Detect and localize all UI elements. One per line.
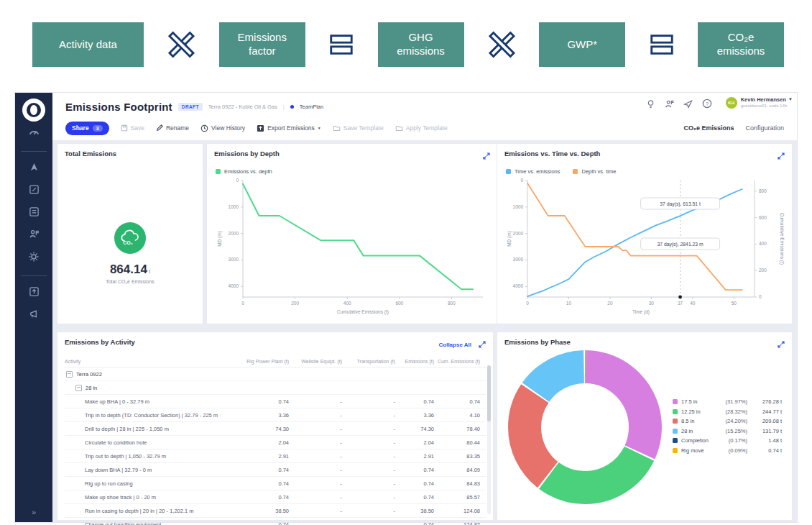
legend-label: Emissions vs. depth xyxy=(224,168,272,175)
svg-text:?: ? xyxy=(706,101,709,107)
cell-value: 0.74 xyxy=(236,521,289,525)
tick-label: 400 xyxy=(343,301,351,306)
table-row[interactable]: Circulate to condition hole2.04--2.0480.… xyxy=(65,436,486,449)
announcements-megaphone-icon[interactable] xyxy=(29,309,40,322)
series-emissions-vs-depth xyxy=(243,184,473,289)
apply-template-button[interactable]: Apply Template xyxy=(395,124,448,132)
cell-value: 84.09 xyxy=(434,467,486,473)
donut-legend-item[interactable]: 28 in(15.25%)131.79 t xyxy=(673,428,782,434)
tick-label: 200 xyxy=(291,301,299,306)
formula-box-emissions-factor: Emissions factor xyxy=(219,22,305,67)
legend-percent: (0.17%) xyxy=(716,437,747,444)
scrollbar-thumb[interactable] xyxy=(487,365,491,421)
export-emissions-button[interactable]: Export Emissions ▼ xyxy=(257,124,321,132)
emissions-by-phase-card: Emissions by Phase 17.5 in(31.97%)276.28… xyxy=(497,332,793,521)
view-history-button[interactable]: View History xyxy=(200,124,245,132)
cell-value: - xyxy=(342,439,395,446)
share-button[interactable]: Share 3 xyxy=(65,122,109,135)
card-title: Emissions by Activity xyxy=(65,338,135,346)
table-row[interactable]: Make up BHA | 0 - 32.79 m0.74--0.740.74 xyxy=(65,395,486,408)
collapse-all-link[interactable]: Collapse All xyxy=(439,342,472,348)
expand-icon[interactable] xyxy=(483,150,490,163)
person-flag-icon[interactable] xyxy=(665,99,674,111)
performance-gauge-icon[interactable] xyxy=(28,126,40,141)
separator: | xyxy=(283,104,285,110)
expand-icon[interactable] xyxy=(778,338,785,351)
settings-gear-icon[interactable] xyxy=(28,251,40,265)
table-row[interactable]: Trip in to depth (TD: Conductor Section)… xyxy=(65,408,486,422)
cell-value: 0.74 xyxy=(236,467,289,473)
activity-label: Run in casing to depth | 20 in | 20 - 1,… xyxy=(85,508,194,514)
donut-legend-item[interactable]: Rig move(0.09%)0.74 t xyxy=(673,447,782,454)
legend-item[interactable]: Emissions vs. depth xyxy=(216,168,272,175)
table-row[interactable]: Lay down BHA | 32.79 - 0 m0.74--0.7484.0… xyxy=(65,463,486,477)
cell-value: 0.74 xyxy=(236,480,289,487)
app-logo-icon[interactable] xyxy=(22,99,45,122)
person-flag-icon[interactable] xyxy=(29,229,40,242)
cell-value: 0.74 xyxy=(434,398,486,405)
table-row[interactable]: Drill to depth | 28 in | 225 - 1,050 m74… xyxy=(65,422,486,436)
emissions-by-depth-card: Emissions by Depth Emissions vs. depth 0… xyxy=(206,143,498,324)
cell-value: 0.74 xyxy=(395,494,434,501)
cell-value: - xyxy=(289,494,342,501)
table-row[interactable]: Run in casing to depth | 20 in | 20 - 1,… xyxy=(65,504,486,518)
tick-label: 600 xyxy=(395,301,403,306)
table-scrollbar[interactable] xyxy=(487,365,491,514)
forms-app-icon[interactable] xyxy=(29,206,40,220)
tooltip-text: 37 day(s), 613.51 t xyxy=(660,201,701,207)
table-row[interactable]: Make up shoe track | 0 - 20 m0.74--0.748… xyxy=(65,490,486,504)
equals-icon xyxy=(648,28,675,61)
table-row[interactable]: 28 in xyxy=(65,381,486,395)
export-box-icon[interactable] xyxy=(29,286,40,300)
donut-legend-item[interactable]: 12.25 in(28.32%)244.77 t xyxy=(673,408,782,415)
collapse-expander-icon[interactable] xyxy=(75,385,82,391)
column-header: Rig Power Plant (t) xyxy=(236,359,289,364)
multiply-icon xyxy=(486,28,517,61)
help-icon[interactable]: ? xyxy=(702,99,712,111)
formula-diagram: Activity data Emissions factor GHG emiss… xyxy=(32,19,784,70)
table-header: ActivityRig Power Plant (t)Wellsite Equi… xyxy=(65,355,486,368)
emissions-time-depth-chart: 0102030374050010002000300040000200400600… xyxy=(504,176,786,317)
legend-swatch xyxy=(506,169,511,174)
tick-label: 3000 xyxy=(229,257,239,262)
expand-icon[interactable] xyxy=(479,338,486,351)
rename-label: Rename xyxy=(166,124,189,132)
legend-percent: (28.32%) xyxy=(716,408,747,415)
tick-label: 0 xyxy=(241,301,244,306)
expand-icon[interactable] xyxy=(778,150,785,163)
donut-legend-item[interactable]: 17.5 in(31.97%)276.28 t xyxy=(673,398,782,405)
tick-label: 0 xyxy=(520,178,523,183)
formula-box-co2e-emissions: CO₂e emissions xyxy=(698,22,784,67)
legend-value: 0.74 t xyxy=(747,447,782,454)
table-row[interactable]: Change out handling equipment0.74--0.741… xyxy=(65,518,486,525)
table-row[interactable]: Terra 0922 xyxy=(65,368,486,381)
save-button[interactable]: Save xyxy=(121,124,144,132)
legend-item[interactable]: Time vs. emissions xyxy=(506,168,560,175)
rename-button[interactable]: Rename xyxy=(156,124,189,132)
paper-plane-icon[interactable] xyxy=(683,99,693,111)
lightbulb-icon[interactable] xyxy=(646,99,655,111)
card-title: Total Emissions xyxy=(65,150,195,158)
save-template-button[interactable]: Save Template xyxy=(333,124,384,132)
cell-value: 78.40 xyxy=(434,426,486,432)
sidebar-expand-icon[interactable]: » xyxy=(32,508,36,516)
tab-configuration[interactable]: Configuration xyxy=(745,124,784,132)
cell-value: 0.74 xyxy=(236,398,289,405)
table-row[interactable]: Rig up to run casing0.74--0.7484.83 xyxy=(65,477,486,490)
legend-percent: (0.09%) xyxy=(716,447,747,454)
donut-legend-item[interactable]: 8.5 in(24.20%)209.08 t xyxy=(673,418,782,424)
tab-co2e-emissions[interactable]: CO₂e Emissions xyxy=(683,124,734,132)
teamplan-label[interactable]: TeamPlan xyxy=(300,104,323,110)
legend-swatch xyxy=(673,429,678,434)
navigation-arrow-icon[interactable] xyxy=(29,162,40,175)
user-menu[interactable]: KH Kevin Hermansen ▼ guestdemo01: ends 1… xyxy=(726,96,793,109)
apply-template-label: Apply Template xyxy=(406,124,448,132)
edit-app-icon[interactable] xyxy=(29,184,40,198)
legend-item[interactable]: Depth vs. time xyxy=(573,168,616,175)
table-row[interactable]: Trip out to depth | 1,050 - 32.79 m2.91-… xyxy=(65,449,486,463)
collapse-expander-icon[interactable] xyxy=(66,371,73,378)
donut-legend-item[interactable]: Completion(0.17%)1.48 t xyxy=(673,437,782,444)
dashboard-window: » Emissions Footprint DRAFT Terra 0922 -… xyxy=(14,92,798,523)
column-header: Wellsite Equipt. (t) xyxy=(289,359,342,364)
legend-swatch xyxy=(673,399,678,404)
